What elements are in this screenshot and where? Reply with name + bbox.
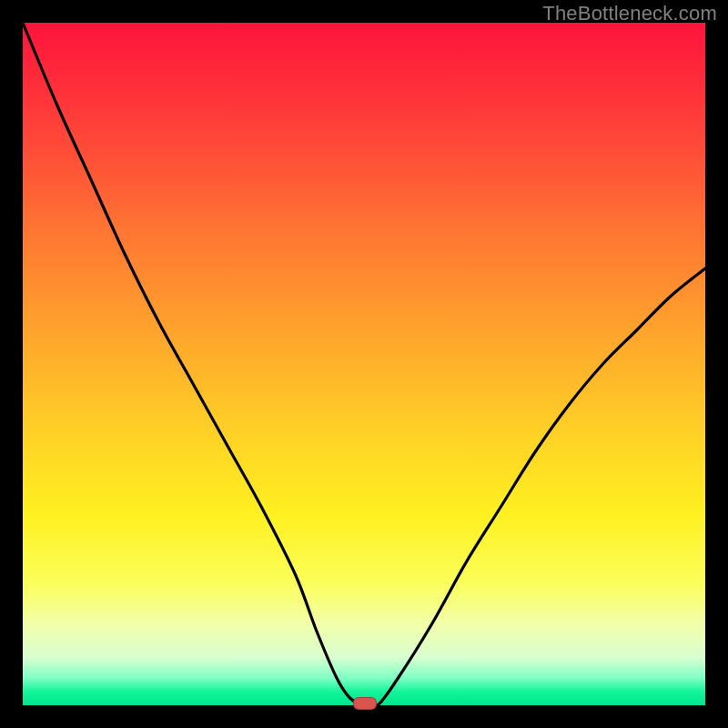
- chart-frame: TheBottleneck.com: [0, 0, 728, 728]
- optimum-marker: [353, 697, 377, 710]
- bottleneck-curve: [23, 23, 705, 705]
- watermark-text: TheBottleneck.com: [542, 2, 717, 25]
